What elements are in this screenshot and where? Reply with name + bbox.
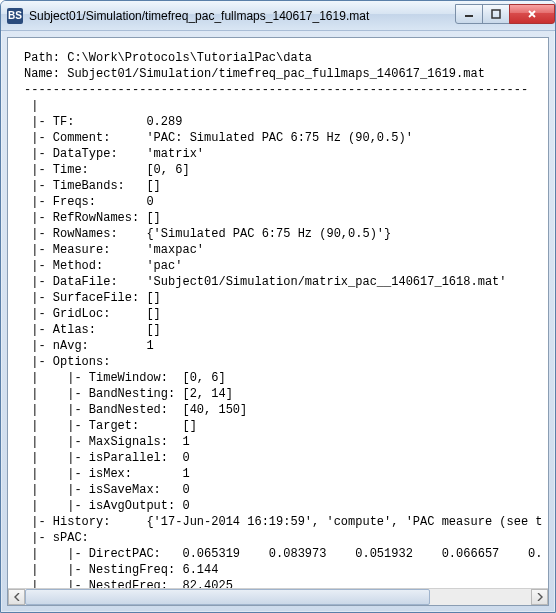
- minimize-icon: [464, 9, 474, 19]
- scroll-thumb[interactable]: [25, 589, 430, 605]
- minimize-button[interactable]: [455, 4, 483, 24]
- maximize-button[interactable]: [482, 4, 510, 24]
- client-area: Path: C:\Work\Protocols\TutorialPac\data…: [7, 37, 549, 606]
- close-button[interactable]: [509, 4, 555, 24]
- struct-tree: Path: C:\Work\Protocols\TutorialPac\data…: [8, 38, 548, 588]
- scroll-right-button[interactable]: [531, 589, 548, 605]
- titlebar[interactable]: BS Subject01/Simulation/timefreq_pac_ful…: [1, 1, 555, 31]
- window-title: Subject01/Simulation/timefreq_pac_fullma…: [29, 9, 456, 23]
- svg-rect-0: [465, 15, 473, 17]
- chevron-left-icon: [14, 593, 20, 601]
- chevron-right-icon: [537, 593, 543, 601]
- close-icon: [527, 9, 537, 19]
- scroll-track[interactable]: [25, 589, 531, 605]
- scroll-left-button[interactable]: [8, 589, 25, 605]
- horizontal-scrollbar[interactable]: [8, 588, 548, 605]
- app-icon: BS: [7, 8, 23, 24]
- svg-rect-1: [492, 10, 500, 18]
- maximize-icon: [491, 9, 501, 19]
- window-controls: [456, 4, 555, 24]
- app-window: BS Subject01/Simulation/timefreq_pac_ful…: [0, 0, 556, 613]
